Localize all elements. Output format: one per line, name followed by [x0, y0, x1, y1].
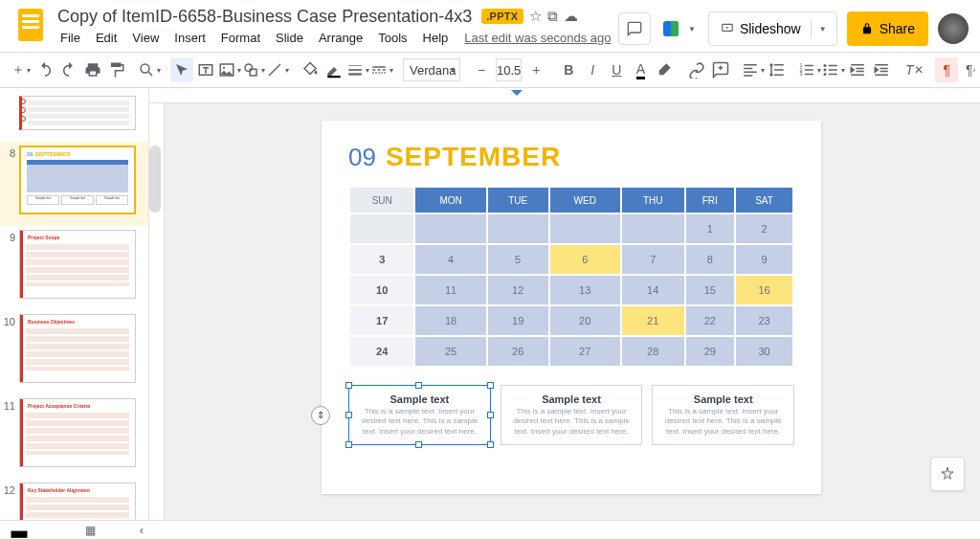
cal-cell[interactable]: 28 [622, 337, 684, 366]
star-icon[interactable]: ☆ [529, 8, 542, 25]
cal-cell[interactable]: 3 [350, 245, 413, 274]
drag-handle-icon[interactable]: ⇕ [311, 406, 330, 425]
ruler-horizontal[interactable] [149, 88, 980, 103]
line-tool[interactable]: ▾ [266, 57, 289, 82]
select-tool[interactable] [170, 57, 193, 82]
resize-handle[interactable] [487, 441, 494, 448]
cal-cell[interactable]: 4 [415, 245, 485, 274]
align-button[interactable]: ▾ [742, 57, 765, 82]
line-spacing-button[interactable] [766, 57, 789, 82]
cal-cell[interactable]: 2 [736, 214, 792, 243]
cal-cell[interactable]: 27 [550, 337, 620, 366]
indent-increase-button[interactable] [870, 57, 893, 82]
grid-view-button[interactable]: ▦ [78, 523, 101, 538]
cal-cell[interactable]: 12 [488, 276, 548, 304]
text-box-2[interactable]: Sample textThis is a sample text. Insert… [652, 385, 794, 445]
resize-handle[interactable] [415, 382, 422, 389]
cal-cell[interactable]: 5 [488, 245, 548, 274]
collapse-panel-button[interactable]: ‹ [134, 522, 149, 537]
text-color-button[interactable]: A [629, 57, 652, 82]
resize-handle[interactable] [345, 382, 352, 389]
app-logo[interactable] [11, 6, 50, 44]
cal-cell[interactable]: 26 [488, 337, 548, 366]
menu-help[interactable]: Help [416, 29, 456, 47]
font-size-increase[interactable]: + [524, 57, 547, 82]
cal-cell[interactable]: 21 [622, 306, 684, 335]
comments-button[interactable] [618, 12, 651, 45]
border-weight-button[interactable]: ▾ [346, 57, 369, 82]
italic-button[interactable]: I [581, 57, 604, 82]
comment-button[interactable] [709, 57, 732, 82]
zoom-button[interactable]: ▾ [138, 57, 161, 82]
ruler-marker-icon[interactable] [511, 90, 523, 100]
account-avatar[interactable] [938, 13, 969, 44]
cal-cell[interactable]: 15 [686, 276, 735, 304]
slide-thumb-prev[interactable] [19, 96, 136, 130]
slide-thumbnails[interactable]: 809 SEPTEMBERSample textSample textSampl… [0, 88, 149, 520]
cal-cell[interactable] [550, 214, 620, 243]
cal-cell[interactable]: 11 [415, 276, 485, 304]
bulleted-list-button[interactable]: ▾ [822, 57, 845, 82]
font-family-select[interactable]: Verdana [403, 58, 460, 81]
move-icon[interactable]: ⧉ [547, 8, 558, 25]
slide-thumb-11[interactable]: Project Acceptance Criteria [19, 398, 136, 467]
text-box-0[interactable]: Sample textThis is a sample text. Insert… [348, 385, 491, 445]
menu-view[interactable]: View [125, 29, 166, 47]
slide-thumb-9[interactable]: Project Scope [19, 230, 136, 299]
resize-handle[interactable] [487, 382, 494, 389]
resize-handle[interactable] [345, 441, 352, 448]
slide-thumb-8[interactable]: 09 SEPTEMBERSample textSample textSample… [19, 146, 136, 214]
cal-cell[interactable]: 19 [488, 306, 548, 335]
calendar-table[interactable]: SUNMONTUEWEDTHUFRISAT 123456789101112131… [348, 186, 794, 368]
cal-cell[interactable]: 29 [686, 337, 735, 366]
cal-cell[interactable] [415, 214, 485, 243]
cal-cell[interactable]: 7 [622, 245, 684, 274]
explore-button[interactable] [930, 457, 965, 491]
doc-title[interactable]: Copy of ItemID-6658-Business Case Presen… [54, 6, 476, 28]
format-options-button[interactable]: ¶ [935, 57, 958, 82]
numbered-list-button[interactable]: 123▾ [798, 57, 821, 82]
underline-button[interactable]: U [605, 57, 628, 82]
menu-slide[interactable]: Slide [269, 29, 310, 47]
menu-format[interactable]: Format [214, 29, 267, 47]
cal-cell[interactable]: 18 [415, 306, 485, 335]
cal-cell[interactable]: 14 [622, 276, 684, 304]
menu-insert[interactable]: Insert [167, 29, 212, 47]
menu-edit[interactable]: Edit [89, 29, 123, 47]
textbox-tool[interactable] [194, 57, 217, 82]
cal-cell[interactable]: 23 [736, 306, 792, 335]
thumb-scrollbar[interactable] [149, 146, 161, 213]
new-slide-button[interactable]: ＋▾ [10, 57, 33, 82]
bold-button[interactable]: B [557, 57, 580, 82]
cal-cell[interactable]: 22 [686, 306, 735, 335]
cloud-icon[interactable]: ☁ [564, 8, 578, 25]
font-size-input[interactable]: 10.5 [496, 58, 522, 81]
text-box-1[interactable]: Sample textThis is a sample text. Insert… [501, 385, 643, 445]
cal-cell[interactable] [622, 214, 684, 243]
cal-cell[interactable]: 24 [350, 337, 413, 366]
resize-handle[interactable] [415, 441, 422, 448]
highlight-button[interactable] [653, 57, 676, 82]
link-button[interactable] [685, 57, 708, 82]
meet-button[interactable]: ▼ [660, 12, 699, 45]
cal-cell[interactable]: 20 [550, 306, 620, 335]
rtl-button[interactable]: ¶› [959, 57, 980, 82]
cal-cell[interactable]: 10 [350, 276, 413, 304]
cal-cell[interactable]: 16 [736, 276, 792, 304]
undo-button[interactable] [33, 57, 56, 82]
border-color-button[interactable] [323, 57, 345, 82]
font-size-decrease[interactable]: − [470, 57, 493, 82]
slide-thumb-10[interactable]: Business Objectives [19, 314, 136, 383]
shape-tool[interactable]: ▾ [242, 57, 265, 82]
share-button[interactable]: Share [847, 11, 928, 46]
slide-canvas[interactable]: 09 SEPTEMBER SUNMONTUEWEDTHUFRISAT 12345… [322, 121, 821, 494]
slideshow-button[interactable]: Slideshow ▼ [708, 11, 837, 46]
slide-thumb-12[interactable]: Key Stakeholder Alignment [19, 483, 136, 520]
fill-color-button[interactable] [299, 57, 322, 82]
print-button[interactable] [81, 57, 104, 82]
cal-cell[interactable]: 30 [736, 337, 792, 366]
menu-tools[interactable]: Tools [371, 29, 413, 47]
resize-handle[interactable] [345, 412, 352, 418]
border-dash-button[interactable]: ▾ [370, 57, 393, 82]
cal-cell[interactable] [488, 214, 548, 243]
